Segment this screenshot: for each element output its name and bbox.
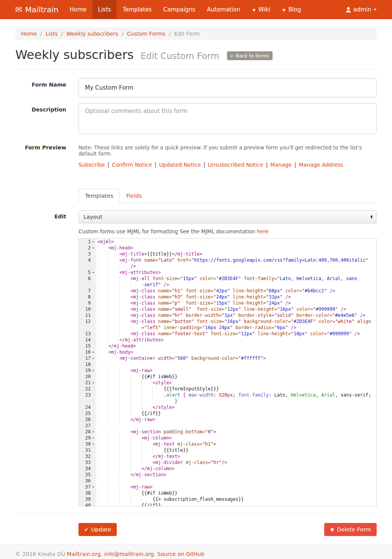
code-text[interactable]: {{title}}: [96, 447, 376, 453]
code-text[interactable]: <mj-column>: [96, 435, 376, 441]
back-to-forms-button[interactable]: ←Back to forms: [227, 51, 273, 60]
code-text[interactable]: <mj-raw>: [96, 484, 376, 490]
code-text[interactable]: </mj-text>: [96, 453, 376, 459]
code-text[interactable]: <mj-class name="h1" font-size="42px" lin…: [96, 288, 376, 294]
gutter-cell[interactable]: 28▾: [79, 429, 96, 435]
fold-icon[interactable]: ▾: [91, 435, 96, 441]
breadcrumb-link-custom-forms[interactable]: Custom Forms: [127, 31, 166, 37]
code-text[interactable]: {{/if}}: [96, 410, 376, 416]
code-text[interactable]: [96, 423, 376, 429]
description-textarea[interactable]: [78, 103, 377, 134]
code-text[interactable]: <style>: [96, 380, 376, 386]
gutter-cell[interactable]: 16▾: [79, 349, 96, 355]
fold-icon[interactable]: ▾: [91, 380, 96, 386]
gutter-cell[interactable]: 1▾: [79, 239, 96, 245]
code-text[interactable]: <mj-raw>: [96, 367, 376, 374]
code-text[interactable]: </mj-raw>: [96, 416, 376, 423]
code-text[interactable]: [96, 478, 376, 484]
code-text[interactable]: <mj-divider mj-class="hr"/>: [96, 459, 376, 466]
code-text[interactable]: <mjml>: [96, 239, 376, 245]
gutter-cell[interactable]: 5▾: [79, 269, 96, 275]
fold-icon[interactable]: ▾: [91, 245, 96, 251]
delete-form-button[interactable]: ✖Delete Form: [324, 523, 377, 536]
fold-icon[interactable]: ▾: [91, 484, 96, 490]
breadcrumb-link-weekly-subscribers[interactable]: Weekly subscribers: [67, 31, 118, 37]
code-text[interactable]: </style>: [96, 404, 376, 410]
breadcrumb-link-home[interactable]: Home: [21, 31, 37, 37]
code-editor[interactable]: 1▾<mjml>2▾<mj-head>3<mj-title>{{title}}<…: [78, 238, 377, 507]
code-text[interactable]: -serif" />: [96, 282, 376, 288]
gutter-cell[interactable]: 19▾: [79, 367, 96, 374]
brand-link[interactable]: ✉ Mailtrain: [15, 0, 59, 19]
preview-link-manage-address[interactable]: Manage Address: [299, 162, 343, 168]
gutter-cell[interactable]: 30▾: [79, 441, 96, 447]
code-text[interactable]: </mj-head>: [96, 343, 376, 349]
breadcrumb-link-lists[interactable]: Lists: [46, 31, 58, 37]
code-text[interactable]: </mj-section>: [96, 472, 376, 478]
nav-item-automation[interactable]: Automation: [201, 0, 246, 19]
code-text[interactable]: <mj-text mj-class="h1">: [96, 441, 376, 447]
code-text[interactable]: ="left" inner-padding="16px 24px" border…: [96, 325, 376, 331]
code-text[interactable]: {{/if}}: [96, 502, 376, 507]
fold-icon[interactable]: ▾: [91, 239, 96, 245]
fold-icon[interactable]: ▾: [91, 269, 96, 275]
tab-fields[interactable]: Fields: [120, 189, 149, 203]
gutter-cell[interactable]: 37▾: [79, 484, 96, 490]
code-text[interactable]: {{#if isWeb}}: [96, 490, 376, 496]
gutter-cell[interactable]: 2▾: [79, 245, 96, 251]
code-text[interactable]: <mj-head>: [96, 245, 376, 251]
gutter-cell[interactable]: 21▾: [79, 380, 96, 386]
preview-link-subscribe[interactable]: Subscribe: [78, 162, 105, 168]
gutter-cell[interactable]: 29▾: [79, 435, 96, 441]
code-text[interactable]: <mj-attributes>: [96, 269, 376, 275]
nav-item-campaigns[interactable]: Campaigns: [157, 0, 201, 19]
nav-item-wiki[interactable]: ➤Wiki: [246, 0, 276, 19]
gutter-cell[interactable]: 17▾: [79, 355, 96, 361]
form-name-input[interactable]: [78, 78, 377, 97]
code-text[interactable]: .alert { max-width: 520px; font-family: …: [96, 392, 376, 398]
code-text[interactable]: </mj-column>: [96, 466, 376, 472]
fold-icon[interactable]: ▾: [91, 355, 96, 361]
tab-templates[interactable]: Templates: [78, 189, 120, 203]
code-text[interactable]: {{> subscription_flash_messages}}: [96, 496, 376, 502]
line-number: 25: [79, 410, 91, 416]
code-text[interactable]: <mj-title>{{title}}</mj-title>: [96, 251, 376, 257]
nav-item-lists[interactable]: Lists: [92, 0, 117, 19]
preview-link-confirm-notice[interactable]: Confirm Notice: [112, 162, 152, 168]
code-text[interactable]: [96, 361, 376, 367]
mjml-docs-link[interactable]: here: [257, 228, 268, 234]
code-text[interactable]: <mj-class name="small" font-size="12px" …: [96, 306, 376, 312]
code-text[interactable]: {{{formInputStyle}}}: [96, 386, 376, 392]
code-text[interactable]: <mj-class name="button" font-size="16px"…: [96, 318, 376, 325]
code-text[interactable]: }: [96, 398, 376, 404]
code-line: 14</mj-attributes>: [79, 337, 376, 343]
code-text[interactable]: <mj-container width="560" background-col…: [96, 355, 376, 361]
fold-icon[interactable]: ▾: [91, 349, 96, 355]
fold-icon[interactable]: ▾: [91, 441, 96, 447]
code-text[interactable]: />: [96, 263, 376, 269]
code-text[interactable]: <mj-body>: [96, 349, 376, 355]
preview-link-manage[interactable]: Manage: [270, 162, 292, 168]
user-menu[interactable]: admin: [346, 0, 377, 19]
preview-link-updated-notice[interactable]: Updated Notice: [159, 162, 201, 168]
code-text[interactable]: </mj-attributes>: [96, 337, 376, 343]
code-text[interactable]: <mj-class name="hr" border-width="1px" b…: [96, 312, 376, 318]
nav-item-templates[interactable]: Templates: [117, 0, 157, 19]
fold-icon[interactable]: ▾: [91, 429, 96, 435]
code-text[interactable]: <mj-class name="footer-text" font-size="…: [96, 331, 376, 337]
footer-link-github[interactable]: Source on GitHub: [157, 551, 204, 557]
fold-icon[interactable]: ▾: [91, 367, 96, 374]
code-text[interactable]: <mj-all font-size="15px" color="#2D3E4F"…: [96, 275, 376, 282]
code-text[interactable]: <mj-class name="h3" font-size="24px" lin…: [96, 294, 376, 300]
nav-item-blog[interactable]: ➤Blog: [276, 0, 307, 19]
footer-link-email[interactable]: info@mailtrain.org: [104, 551, 154, 557]
footer-link-mailtrain[interactable]: Mailtrain.org: [67, 551, 101, 557]
code-text[interactable]: <mj-font name="Lato" href="https://fonts…: [96, 257, 376, 263]
code-text[interactable]: <mj-class name="p" font-size="15px" line…: [96, 300, 376, 306]
code-text[interactable]: {{#if isWeb}}: [96, 374, 376, 380]
code-text[interactable]: <mj-section padding-bottom="0">: [96, 429, 376, 435]
update-button[interactable]: ✔Update: [78, 523, 117, 536]
preview-link-unsubscribed-notice[interactable]: Unsubscribed Notice: [208, 162, 263, 168]
nav-item-home[interactable]: Home: [64, 0, 92, 19]
edit-template-select[interactable]: Layout ▲▼: [78, 210, 377, 223]
